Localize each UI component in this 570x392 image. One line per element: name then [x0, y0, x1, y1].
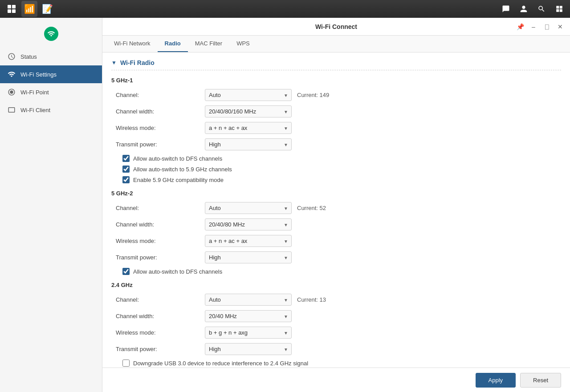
taskbar-wifi-app[interactable]: 📶 [21, 1, 37, 17]
note-icon: 📝 [42, 4, 53, 14]
taskbar: 📶 📝 [0, 0, 570, 18]
windows-icon-btn[interactable] [552, 2, 566, 16]
search-icon-btn[interactable] [534, 2, 549, 16]
taskbar-note-app[interactable]: 📝 [39, 1, 55, 17]
taskbar-right-area [499, 2, 566, 16]
user-icon-btn[interactable] [517, 2, 531, 16]
chat-icon-btn[interactable] [499, 2, 513, 16]
wifi-icon: 📶 [24, 4, 35, 14]
taskbar-grid-app[interactable] [4, 1, 20, 17]
